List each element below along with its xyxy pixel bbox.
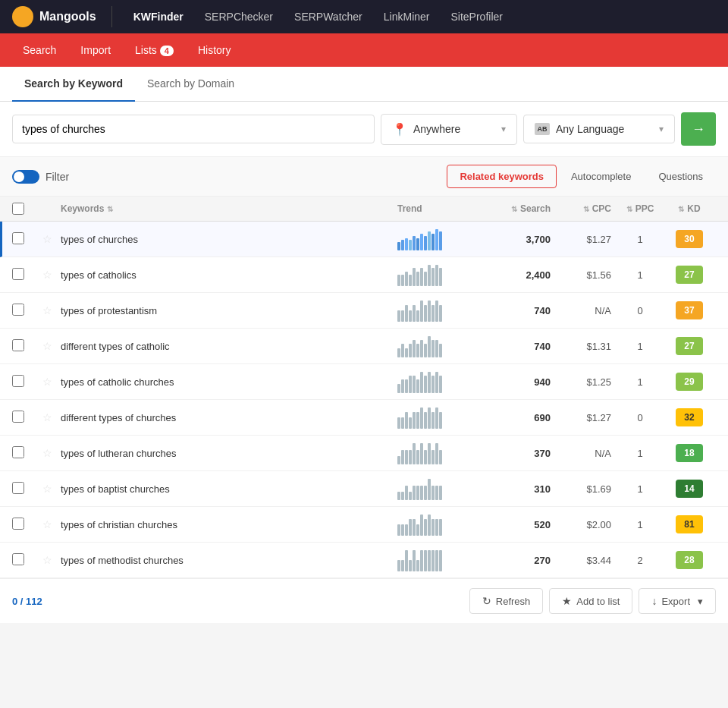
trend-bar [413,340,416,357]
trend-bar [428,231,431,250]
ktab-questions[interactable]: Questions [645,165,716,188]
row-star-cell: ☆ [42,233,61,245]
trend-bar [431,376,435,393]
row-checkbox-cell [12,232,42,247]
subnav-import[interactable]: Import [70,38,121,62]
trend-bar [416,486,419,500]
row-checkbox[interactable] [12,518,24,530]
nav-linkminer[interactable]: LinkMiner [375,6,439,27]
trend-bar [420,443,423,464]
location-select[interactable]: 📍 Anywhere ▾ [381,114,517,145]
row-ppc: 1 [617,483,663,495]
ktab-related[interactable]: Related keywords [447,165,557,188]
nav-siteprofiler[interactable]: SiteProfiler [441,6,511,27]
trend-bar [428,514,431,536]
table-row[interactable]: ☆ types of baptist churches 310 $1.69 1 … [0,471,728,507]
row-checkbox[interactable] [12,446,24,458]
export-button[interactable]: ↓ Export ▾ [639,588,716,614]
subnav-history[interactable]: History [187,38,242,62]
row-checkbox[interactable] [12,339,24,351]
row-star-icon[interactable]: ☆ [42,447,52,459]
trend-bar [435,407,438,429]
row-checkbox[interactable] [12,411,24,423]
nav-kwfinder[interactable]: KWFinder [124,6,193,27]
tab-search-by-keyword[interactable]: Search by Keyword [12,67,135,102]
row-checkbox[interactable] [12,232,24,244]
row-trend [397,442,488,464]
row-star-icon[interactable]: ☆ [42,233,52,245]
ppc-sort-icon: ⇅ [626,205,632,213]
trend-bar [401,524,404,536]
header-ppc[interactable]: ⇅ PPC [617,203,663,214]
trend-bar [397,524,400,536]
add-to-list-button[interactable]: ★ Add to list [549,588,632,614]
filter-toggle[interactable]: Filter [12,170,69,184]
trend-bar [424,486,427,500]
row-cpc: $1.27 [557,412,617,423]
refresh-button[interactable]: ↻ Refresh [469,588,544,614]
trend-bar [420,514,423,536]
location-icon: 📍 [392,122,407,137]
trend-bar [409,344,412,357]
row-star-icon[interactable]: ☆ [42,376,52,388]
row-checkbox[interactable] [12,375,24,387]
header-keywords[interactable]: Keywords ⇅ [61,203,397,214]
header-cpc[interactable]: ⇅ CPC [557,203,617,214]
table-row[interactable]: ☆ types of churches 3,700 $1.27 1 30 [0,222,728,257]
table-row[interactable]: ☆ types of catholic churches 940 $1.25 1… [0,364,728,400]
row-kd-cell: 32 [663,408,716,426]
trend-bar [435,372,438,393]
table-row[interactable]: ☆ different types of catholic 740 $1.31 … [0,329,728,364]
row-checkbox[interactable] [12,304,24,316]
row-trend [397,513,488,536]
table-row[interactable]: ☆ types of catholics 2,400 $1.56 1 27 [0,257,728,293]
row-star-icon[interactable]: ☆ [42,518,52,530]
table-row[interactable]: ☆ different types of churches 690 $1.27 … [0,400,728,436]
row-star-icon[interactable]: ☆ [42,483,52,495]
search-bar: 📍 Anywhere ▾ AB Any Language ▾ → [0,102,728,157]
trend-bar [428,443,431,464]
trend-bar [439,450,442,464]
table-row[interactable]: ☆ types of protestantism 740 N/A 0 37 [0,293,728,329]
trend-bar [401,417,404,429]
table-row[interactable]: ☆ types of lutheran churches 370 N/A 1 1… [0,436,728,471]
row-star-icon[interactable]: ☆ [42,269,52,281]
row-star-icon[interactable]: ☆ [42,554,52,566]
row-checkbox[interactable] [12,553,24,565]
trend-bar [405,450,408,464]
subnav-search[interactable]: Search [12,38,67,62]
language-select[interactable]: AB Any Language ▾ [523,115,675,143]
trend-bar [416,310,419,322]
select-all-checkbox[interactable] [12,203,24,215]
tab-search-by-domain[interactable]: Search by Domain [135,67,246,102]
row-star-icon[interactable]: ☆ [42,411,52,423]
row-star-icon[interactable]: ☆ [42,340,52,352]
footer: 0 / 112 ↻ Refresh ★ Add to list ↓ Export… [0,578,728,623]
row-checkbox[interactable] [12,268,24,280]
table-row[interactable]: ☆ types of christian churches 520 $2.00 … [0,507,728,543]
trend-bar [416,238,419,250]
trend-bar [431,550,435,571]
header-kd[interactable]: ⇅ KD [663,203,716,214]
search-button[interactable]: → [681,112,716,146]
logo-icon [12,6,33,27]
table-row[interactable]: ☆ types of methodist churches 270 $3.44 … [0,543,728,578]
trend-bar [405,348,408,357]
header-search[interactable]: ⇅ Search [488,203,557,214]
ktab-autocomplete[interactable]: Autocomplete [558,165,645,188]
row-checkbox[interactable] [12,482,24,494]
nav-serpchecker[interactable]: SERPChecker [196,6,282,27]
subnav-lists[interactable]: Lists4 [124,38,184,62]
row-kd-badge: 81 [676,515,703,533]
trend-bar [420,550,423,571]
keyword-input[interactable] [12,115,375,143]
trend-bar [428,301,431,322]
filter-switch[interactable] [12,170,39,184]
row-ppc: 1 [617,234,663,245]
trend-bar [409,450,412,464]
nav-serpwatcher[interactable]: SERPWatcher [285,6,372,27]
row-search-volume: 270 [488,555,557,566]
row-keyword: types of protestantism [61,305,397,316]
row-star-icon[interactable]: ☆ [42,304,52,316]
row-star-cell: ☆ [42,340,61,352]
